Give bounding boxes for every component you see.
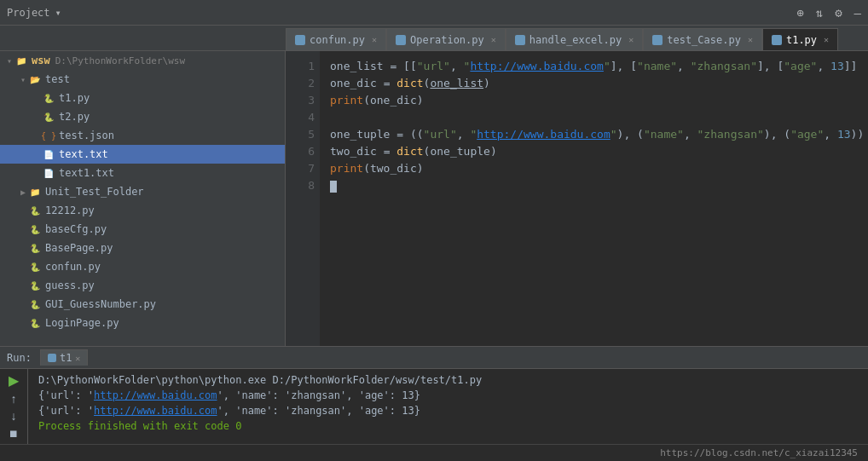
run-tab-t1[interactable]: t1 ✕ [40, 349, 88, 366]
sidebar-item-t2[interactable]: 🐍 t2.py [0, 107, 285, 126]
guess-label: guess.py [45, 279, 95, 291]
run-finish-line: Process finished with exit code 0 [38, 418, 858, 434]
text1-txt-label: text1.txt [59, 167, 114, 179]
tab-label-test-case: test_Case.py [667, 34, 741, 46]
tab-label-t1: t1.py [786, 34, 817, 46]
confun-py-icon: 🐍 [29, 261, 41, 273]
tab-confun[interactable]: confun.py ✕ [286, 28, 386, 50]
watermark-text: https://blog.csdn.net/c_xiazai12345 [660, 447, 858, 458]
title-bar-left: Project ▾ [7, 7, 61, 19]
tab-label-handle-excel: handle_excel.py [529, 34, 622, 46]
tab-close-t1[interactable]: ✕ [824, 35, 829, 44]
basepage-label: BasePage.py [45, 242, 113, 254]
tab-icon-confun [295, 35, 305, 45]
sidebar-item-text1-txt[interactable]: 📄 text1.txt [0, 164, 285, 182]
12212-label: 12212.py [45, 205, 95, 216]
loginpage-py-icon: 🐍 [29, 317, 41, 329]
tab-handle-excel[interactable]: handle_excel.py ✕ [506, 28, 643, 50]
run-output-area: ▶ ↑ ↓ ⏹ D:\PythonWorkFolder\python\pytho… [0, 369, 868, 444]
t1-label: t1.py [59, 92, 90, 104]
test-label: test [45, 73, 70, 85]
root-label: wsw [32, 55, 50, 66]
add-file-icon[interactable]: ⊕ [796, 6, 803, 20]
run-output-line-1: {'url': 'http://www.baidu.com', 'name': … [38, 388, 858, 403]
basecfg-py-icon: 🐍 [29, 223, 41, 235]
sidebar-item-12212[interactable]: 🐍 12212.py [0, 201, 285, 220]
run-output: D:\PythonWorkFolder\python\python.exe D:… [28, 369, 868, 444]
run-toolbar: Run: t1 ✕ [0, 347, 868, 369]
t2-py-icon: 🐍 [43, 111, 55, 123]
tab-close-operation[interactable]: ✕ [491, 35, 496, 44]
run-tab-icon [48, 354, 56, 362]
output-url-1[interactable]: http://www.baidu.com [94, 389, 217, 401]
unit-test-arrow: ▶ [17, 187, 29, 197]
basecfg-label: baseCfg.py [45, 223, 107, 235]
code-container[interactable]: 1 2 3 4 5 6 7 8 one_list = [["url", "htt… [286, 51, 868, 346]
sidebar-item-t1[interactable]: 🐍 t1.py [0, 89, 285, 107]
sidebar-item-unit-test-folder[interactable]: ▶ 📁 Unit_Test_Folder [0, 182, 285, 201]
tab-t1[interactable]: t1.py ✕ [762, 28, 838, 50]
run-tab-label: t1 [60, 352, 72, 364]
root-arrow: ▾ [3, 56, 15, 66]
sidebar-item-basecfg[interactable]: 🐍 baseCfg.py [0, 220, 285, 239]
tab-label-operation: Operation.py [410, 34, 484, 46]
tab-icon-t1 [772, 35, 782, 45]
run-finish-text: Process finished with exit code 0 [38, 420, 241, 432]
text-txt-icon: 📄 [43, 148, 55, 160]
sidebar-root[interactable]: ▾ 📁 wsw D:\PythonWorkFolder\wsw [0, 51, 285, 70]
output-url-2[interactable]: http://www.baidu.com [94, 405, 217, 417]
test-json-icon: { } [43, 130, 55, 141]
title-bar: Project ▾ ⊕ ⇅ ⚙ — [0, 0, 868, 26]
output-prefix-1: {'url': ' [38, 389, 94, 401]
sidebar-item-test[interactable]: ▾ 📂 test [0, 70, 285, 89]
tab-operation[interactable]: Operation.py ✕ [386, 28, 506, 50]
title-bar-icons: ⊕ ⇅ ⚙ — [796, 6, 861, 20]
basepage-py-icon: 🐍 [29, 242, 41, 254]
t2-label: t2.py [59, 111, 90, 123]
root-path: D:\PythonWorkFolder\wsw [55, 55, 185, 66]
sidebar-item-gui-guessnumber[interactable]: 🐍 GUI_GuessNumber.py [0, 295, 285, 314]
sync-icon[interactable]: ⇅ [816, 6, 823, 20]
tab-test-case[interactable]: test_Case.py ✕ [643, 28, 762, 50]
gui-label: GUI_GuessNumber.py [45, 298, 156, 310]
run-command-line: D:\PythonWorkFolder\python\python.exe D:… [38, 372, 858, 388]
run-controls: ▶ ↑ ↓ ⏹ [0, 369, 28, 444]
project-label: Project [7, 7, 50, 19]
tab-label-confun: confun.py [310, 34, 365, 46]
run-label: Run: [7, 352, 32, 364]
project-dropdown-icon[interactable]: ▾ [55, 7, 61, 19]
sidebar-item-test-json[interactable]: { } test.json [0, 126, 285, 145]
run-down-button[interactable]: ↓ [5, 409, 22, 423]
sidebar-item-basepage[interactable]: 🐍 BasePage.py [0, 239, 285, 257]
sidebar-item-loginpage[interactable]: 🐍 LoginPage.py [0, 314, 285, 332]
minimize-icon[interactable]: — [854, 6, 861, 20]
tab-icon-operation [396, 35, 406, 45]
tab-close-test-case[interactable]: ✕ [748, 35, 753, 44]
test-json-label: test.json [59, 130, 114, 141]
tab-close-handle-excel[interactable]: ✕ [628, 35, 634, 44]
unit-test-label: Unit_Test_Folder [45, 186, 144, 198]
editor-area: 1 2 3 4 5 6 7 8 one_list = [["url", "htt… [286, 51, 868, 346]
confun-label: confun.py [45, 261, 101, 273]
12212-py-icon: 🐍 [29, 205, 41, 216]
sidebar-item-text-txt[interactable]: 📄 text.txt [0, 145, 285, 164]
tab-close-confun[interactable]: ✕ [372, 35, 377, 44]
output-prefix-2: {'url': ' [38, 405, 94, 417]
tabs-bar: confun.py ✕ Operation.py ✕ handle_excel.… [0, 26, 868, 51]
sidebar-item-confun[interactable]: 🐍 confun.py [0, 257, 285, 276]
settings-icon[interactable]: ⚙ [835, 6, 842, 20]
loginpage-label: LoginPage.py [45, 317, 119, 329]
code-editor[interactable]: one_list = [["url", "http://www.baidu.co… [320, 51, 868, 346]
bottom-status-bar: https://blog.csdn.net/c_xiazai12345 [0, 444, 868, 461]
sidebar-item-guess[interactable]: 🐍 guess.py [0, 276, 285, 295]
run-tab-close[interactable]: ✕ [75, 354, 80, 363]
output-suffix-2: ', 'name': 'zhangsan', 'age': 13} [217, 405, 420, 417]
run-play-button[interactable]: ▶ [5, 372, 22, 389]
test-arrow: ▾ [17, 75, 29, 84]
bottom-panel: Run: t1 ✕ ▶ ↑ ↓ ⏹ D:\PythonWorkFolder\py… [0, 346, 868, 461]
guess-py-icon: 🐍 [29, 279, 41, 291]
run-stop-button[interactable]: ⏹ [5, 427, 22, 441]
text1-txt-icon: 📄 [43, 167, 55, 179]
line-numbers: 1 2 3 4 5 6 7 8 [286, 51, 320, 346]
run-up-button[interactable]: ↑ [5, 392, 22, 406]
